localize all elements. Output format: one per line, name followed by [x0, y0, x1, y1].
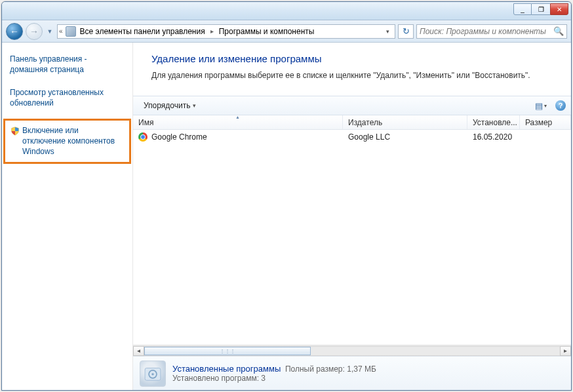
chevron-down-icon: ▼	[47, 28, 53, 35]
arrow-left-icon: ←	[10, 26, 19, 37]
double-chevron-icon: «	[59, 28, 63, 35]
refresh-button[interactable]: ↻	[398, 24, 414, 39]
list-rows[interactable]: Google Chrome Google LLC 16.05.2020	[133, 130, 571, 345]
details-size-value: 1,37 МБ	[347, 364, 376, 374]
search-input[interactable]	[420, 27, 551, 36]
page-title: Удаление или изменение программы	[151, 53, 559, 64]
page-subtext: Для удаления программы выберите ее в спи…	[151, 71, 559, 80]
chrome-icon	[138, 132, 148, 142]
nav-forward-button[interactable]: →	[26, 23, 43, 40]
scroll-right-button[interactable]: ►	[560, 346, 571, 356]
column-headers: Имя Издатель Установле... Размер	[133, 115, 571, 130]
maximize-button[interactable]: ❐	[532, 3, 550, 15]
breadcrumb-separator-icon: ▸	[209, 28, 215, 35]
content-body: Панель управления - домашняя страница Пр…	[2, 43, 571, 390]
view-options-button[interactable]: ▤ ▾	[530, 98, 551, 113]
minimize-icon: _	[521, 6, 524, 13]
highlight-annotation: Включение или отключение компонентов Win…	[3, 119, 131, 164]
column-header-installed[interactable]: Установле...	[467, 115, 520, 129]
details-text: Установленные программы Полный размер: 1…	[172, 364, 376, 383]
view-icon: ▤	[535, 101, 543, 111]
nav-back-button[interactable]: ←	[6, 23, 23, 40]
help-button[interactable]: ?	[555, 100, 566, 111]
sidebar-link-updates[interactable]: Просмотр установленных обновлений	[6, 85, 130, 111]
program-name: Google Chrome	[151, 132, 207, 142]
horizontal-scrollbar[interactable]: ◄ ⋮⋮⋮ ►	[133, 345, 571, 356]
details-count-value: 3	[261, 374, 266, 383]
organize-label: Упорядочить	[144, 101, 190, 110]
arrow-right-icon: →	[30, 26, 39, 37]
scroll-thumb[interactable]: ⋮⋮⋮	[144, 347, 311, 355]
address-dropdown[interactable]: ▾	[382, 28, 393, 35]
triangle-right-icon: ►	[563, 348, 568, 354]
maximize-icon: ❐	[538, 6, 544, 13]
window-buttons: _ ❐ ✕	[513, 3, 568, 15]
svg-point-2	[151, 373, 153, 375]
minimize-button[interactable]: _	[513, 3, 532, 15]
address-bar[interactable]: « Все элементы панели управления ▸ Прогр…	[57, 24, 395, 39]
breadcrumb-control-panel[interactable]: Все элементы панели управления	[79, 27, 207, 36]
heading-area: Удаление или изменение программы Для уда…	[133, 43, 571, 96]
close-icon: ✕	[557, 6, 562, 13]
search-box[interactable]: 🔍	[416, 24, 567, 39]
scroll-track[interactable]: ⋮⋮⋮	[144, 346, 560, 356]
program-date: 16.05.2020	[467, 132, 520, 142]
sidebar-link-home[interactable]: Панель управления - домашняя страница	[6, 52, 130, 77]
search-icon: 🔍	[553, 26, 564, 36]
main-pane: Удаление или изменение программы Для уда…	[133, 43, 571, 390]
sidebar: Панель управления - домашняя страница Пр…	[2, 43, 133, 390]
sidebar-item-label: Включение или отключение компонентов Win…	[22, 126, 124, 157]
details-size-label: Полный размер:	[285, 364, 345, 374]
column-header-publisher[interactable]: Издатель	[343, 115, 467, 129]
triangle-left-icon: ◄	[136, 348, 142, 354]
programs-box-icon	[140, 361, 166, 387]
shield-icon	[10, 127, 20, 136]
chevron-down-icon: ▾	[544, 103, 547, 109]
scroll-left-button[interactable]: ◄	[133, 346, 144, 356]
titlebar: _ ❐ ✕	[2, 2, 571, 20]
help-icon: ?	[559, 102, 563, 109]
details-title: Установленные программы	[172, 364, 281, 374]
list-item[interactable]: Google Chrome Google LLC 16.05.2020	[133, 130, 571, 144]
grip-icon: ⋮⋮⋮	[220, 348, 235, 354]
column-header-name[interactable]: Имя	[133, 115, 343, 129]
nav-history-dropdown[interactable]: ▼	[45, 25, 54, 38]
programs-features-window: _ ❐ ✕ ← → ▼ « Все элементы панели управл…	[1, 1, 572, 391]
program-publisher: Google LLC	[343, 132, 467, 142]
chevron-down-icon: ▾	[386, 28, 389, 35]
details-pane: Установленные программы Полный размер: 1…	[133, 356, 571, 390]
sidebar-link-windows-features[interactable]: Включение или отключение компонентов Win…	[7, 123, 128, 159]
toolbar: Упорядочить ▾ ▤ ▾ ?	[133, 96, 571, 115]
details-count-label: Установлено программ:	[172, 374, 259, 383]
programs-list: Имя Издатель Установле... Размер Google …	[133, 115, 571, 356]
column-header-size[interactable]: Размер	[520, 115, 571, 129]
chevron-down-icon: ▾	[193, 102, 196, 109]
refresh-icon: ↻	[403, 26, 410, 36]
close-button[interactable]: ✕	[550, 3, 568, 15]
organize-button[interactable]: Упорядочить ▾	[140, 99, 200, 112]
navbar: ← → ▼ « Все элементы панели управления ▸…	[2, 20, 571, 43]
breadcrumb-programs[interactable]: Программы и компоненты	[218, 27, 316, 36]
control-panel-icon	[66, 26, 76, 37]
